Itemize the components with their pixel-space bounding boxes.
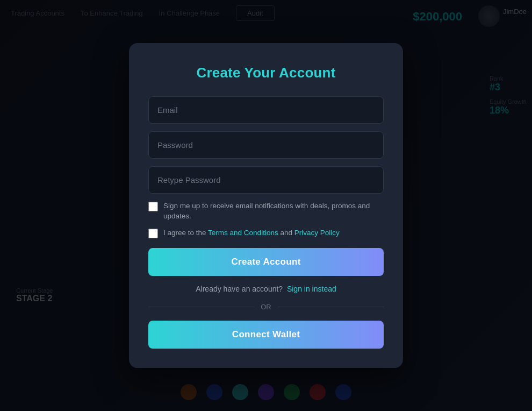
terms-checkbox[interactable]	[148, 229, 158, 238]
password-field[interactable]	[148, 131, 384, 159]
notifications-checkbox[interactable]	[148, 202, 158, 211]
notifications-checkbox-row: Sign me up to receive email notification…	[148, 201, 384, 222]
create-account-modal: Create Your Account Sign me up to receiv…	[129, 43, 403, 368]
or-divider: OR	[148, 303, 384, 311]
email-field[interactable]	[148, 96, 384, 124]
signin-link[interactable]: Sign in instead	[287, 285, 336, 293]
signin-row: Already have an account? Sign in instead	[148, 285, 384, 293]
terms-mid: and	[278, 229, 294, 237]
connect-wallet-button[interactable]: Connect Wallet	[148, 321, 384, 349]
signin-pre-text: Already have an account?	[196, 285, 283, 293]
divider-line-right	[278, 307, 384, 307]
terms-link[interactable]: Terms and Conditions	[208, 229, 278, 237]
divider-line-left	[148, 307, 254, 307]
terms-label: I agree to the Terms and Conditions and …	[163, 228, 340, 238]
retype-password-field[interactable]	[148, 166, 384, 194]
modal-title: Create Your Account	[148, 65, 384, 81]
terms-pre: I agree to the	[163, 229, 208, 237]
privacy-link[interactable]: Privacy Policy	[294, 229, 340, 237]
create-account-button[interactable]: Create Account	[148, 248, 384, 276]
divider-text: OR	[261, 303, 271, 311]
notifications-label: Sign me up to receive email notification…	[163, 201, 384, 222]
terms-checkbox-row: I agree to the Terms and Conditions and …	[148, 228, 384, 238]
